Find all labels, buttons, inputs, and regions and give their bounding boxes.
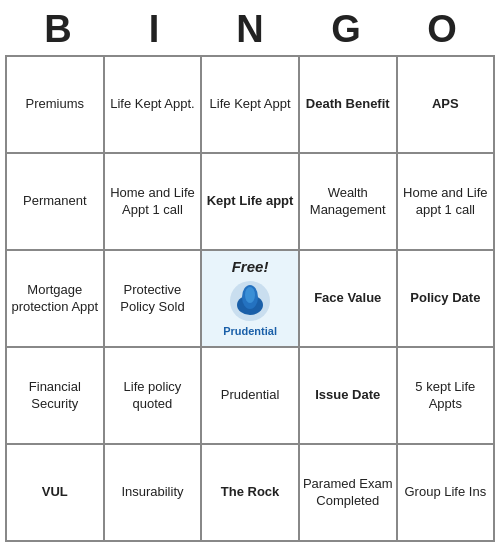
cell-free: Free! Prudential — [201, 250, 299, 347]
table-row: Mortgage protection Appt Protective Poli… — [6, 250, 494, 347]
cell-o1: APS — [397, 56, 494, 153]
cell-n4: Prudential — [201, 347, 299, 444]
cell-o2: Home and Life appt 1 call — [397, 153, 494, 250]
cell-b3: Mortgage protection Appt — [6, 250, 104, 347]
cell-n2: Kept Life appt — [201, 153, 299, 250]
cell-n1: Life Kept Appt — [201, 56, 299, 153]
cell-g5: Paramed Exam Completed — [299, 444, 397, 541]
letter-o: O — [402, 8, 482, 51]
cell-i4: Life policy quoted — [104, 347, 202, 444]
free-label: Free! — [232, 258, 269, 277]
prudential-rock-icon — [228, 279, 272, 323]
cell-b4: Financial Security — [6, 347, 104, 444]
cell-o5: Group Life Ins — [397, 444, 494, 541]
cell-g1: Death Benefit — [299, 56, 397, 153]
table-row: VUL Insurability The Rock Paramed Exam C… — [6, 444, 494, 541]
cell-b2: Permanent — [6, 153, 104, 250]
svg-point-3 — [245, 287, 255, 303]
prudential-text: Prudential — [223, 325, 277, 339]
cell-g4: Issue Date — [299, 347, 397, 444]
letter-i: I — [114, 8, 194, 51]
free-cell-content: Free! Prudential — [205, 258, 295, 339]
cell-b5: VUL — [6, 444, 104, 541]
bingo-grid: Premiums Life Kept Appt. Life Kept Appt … — [5, 55, 495, 542]
cell-o4: 5 kept Life Appts — [397, 347, 494, 444]
cell-i2: Home and Life Appt 1 call — [104, 153, 202, 250]
cell-g3: Face Value — [299, 250, 397, 347]
cell-i3: Protective Policy Sold — [104, 250, 202, 347]
letter-g: G — [306, 8, 386, 51]
cell-o3: Policy Date — [397, 250, 494, 347]
cell-b1: Premiums — [6, 56, 104, 153]
bingo-title: B I N G O — [0, 0, 500, 55]
letter-n: N — [210, 8, 290, 51]
cell-i5: Insurability — [104, 444, 202, 541]
cell-i1: Life Kept Appt. — [104, 56, 202, 153]
cell-n5: The Rock — [201, 444, 299, 541]
table-row: Financial Security Life policy quoted Pr… — [6, 347, 494, 444]
table-row: Permanent Home and Life Appt 1 call Kept… — [6, 153, 494, 250]
table-row: Premiums Life Kept Appt. Life Kept Appt … — [6, 56, 494, 153]
cell-g2: Wealth Management — [299, 153, 397, 250]
letter-b: B — [18, 8, 98, 51]
